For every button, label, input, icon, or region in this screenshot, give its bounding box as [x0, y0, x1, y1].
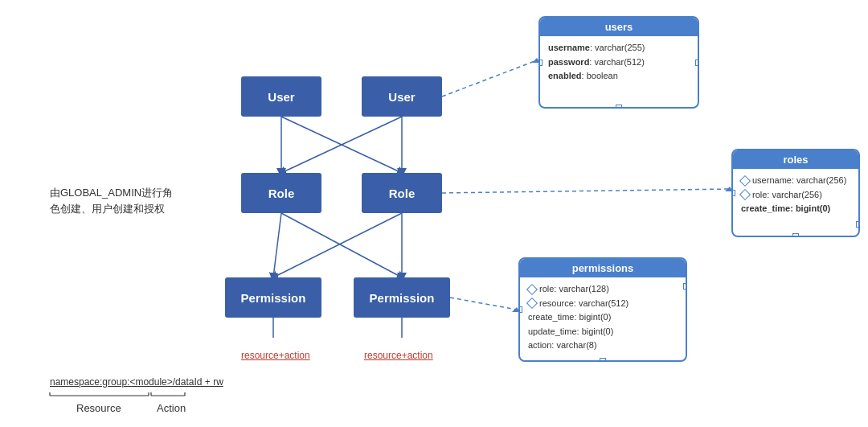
global-admin-annotation: 由GLOBAL_ADMIN进行角 色创建、用户创建和授权 — [50, 185, 211, 216]
diamond-icon — [739, 175, 751, 187]
diamond-icon — [526, 284, 538, 295]
roles-table: roles username: varchar(256) role: varch… — [731, 149, 860, 237]
table-row: role: varchar(256) — [741, 188, 850, 203]
table-row: action: varchar(8) — [528, 339, 678, 353]
table-row: enabled: boolean — [548, 69, 690, 84]
resource-label: Resource — [76, 402, 121, 414]
permissions-table-body: role: varchar(128) resource: varchar(512… — [520, 277, 686, 358]
table-row: role: varchar(128) — [528, 282, 678, 297]
handle-left — [518, 306, 522, 313]
users-table: users username: varchar(255) password: v… — [538, 16, 699, 109]
role-box-1: Role — [241, 173, 321, 213]
users-table-header: users — [540, 18, 698, 36]
handle-right — [695, 60, 699, 66]
table-row: resource: varchar(512) — [528, 297, 678, 311]
namespace-text: namespace:group:<module>/dataId + rw — [50, 374, 223, 390]
diagram-container: User User Role Role Permission Permissio… — [0, 0, 868, 427]
diamond-icon — [739, 189, 751, 200]
role-box-2: Role — [362, 173, 442, 213]
handle-bottom — [600, 358, 606, 362]
svg-line-12 — [442, 189, 730, 193]
resource-action-label-2: resource+action — [364, 350, 433, 361]
roles-table-header: roles — [733, 150, 858, 169]
svg-line-3 — [281, 117, 402, 173]
handle-right — [683, 283, 687, 289]
action-label: Action — [157, 402, 186, 414]
handle-bottom — [792, 233, 799, 237]
resource-action-label-1: resource+action — [241, 350, 310, 361]
roles-table-body: username: varchar(256) role: varchar(256… — [733, 169, 858, 221]
svg-line-10 — [442, 60, 537, 96]
svg-line-14 — [450, 298, 517, 310]
table-row: username: varchar(255) — [548, 41, 690, 55]
table-row: create_time: bigint(0) — [741, 202, 850, 216]
handle-left — [731, 190, 735, 196]
users-table-body: username: varchar(255) password: varchar… — [540, 36, 698, 88]
handle-right-bottom — [856, 221, 860, 228]
table-row: username: varchar(256) — [741, 174, 850, 188]
permission-box-2: Permission — [354, 277, 450, 318]
svg-line-7 — [273, 213, 402, 277]
user-box-2: User — [362, 76, 442, 117]
table-row: create_time: bigint(0) — [528, 310, 678, 325]
permissions-table-header: permissions — [520, 259, 686, 277]
svg-line-1 — [281, 117, 402, 173]
table-row: password: varchar(512) — [548, 55, 690, 70]
svg-line-4 — [273, 213, 281, 277]
permissions-table: permissions role: varchar(128) resource:… — [518, 257, 687, 362]
permission-box-1: Permission — [225, 277, 321, 318]
table-row: update_time: bigint(0) — [528, 325, 678, 339]
handle-left — [538, 60, 542, 66]
user-box-1: User — [241, 76, 321, 117]
svg-line-5 — [281, 213, 402, 277]
handle-bottom — [616, 105, 622, 109]
diamond-icon — [526, 298, 538, 309]
